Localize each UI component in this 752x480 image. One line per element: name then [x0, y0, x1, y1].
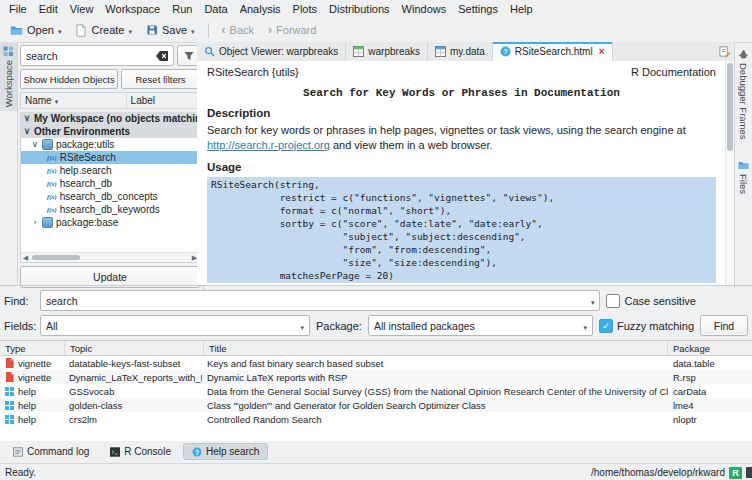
files-dock-tab[interactable]: Files	[735, 156, 752, 198]
help-icon	[5, 401, 14, 410]
menu-data[interactable]: Data	[198, 1, 233, 17]
find-bar: Find: search Case sensitive Fields: All …	[0, 286, 752, 340]
column-header-package[interactable]: Package	[668, 341, 752, 355]
search-r-project-link[interactable]: http://search.r-project.org	[207, 139, 330, 151]
show-hidden-objects-button[interactable]: Show Hidden Objects	[20, 69, 118, 89]
toolbar-separator	[208, 23, 209, 38]
menu-distributions[interactable]: Distributions	[323, 1, 396, 17]
statusbar: Ready. /home/thomas/develop/rkward R	[0, 463, 752, 480]
menu-analysis[interactable]: Analysis	[234, 1, 287, 17]
fields-select[interactable]: All	[40, 315, 310, 336]
tree-item-package-utils[interactable]: ∨ package:utils	[21, 138, 199, 151]
command-log-tab[interactable]: Command log	[4, 443, 98, 460]
tree-item-help-search[interactable]: help.search	[21, 164, 199, 177]
tree-item-rsitesearch[interactable]: RSiteSearch	[21, 151, 199, 164]
clear-search-icon[interactable]	[156, 51, 168, 61]
debugger-frames-dock-tab[interactable]: Debugger Frames	[735, 45, 752, 144]
collapse-icon[interactable]: ∨	[31, 140, 39, 149]
find-button[interactable]: Find	[700, 315, 748, 336]
tab-warpbreaks[interactable]: warpbreaks	[346, 42, 428, 61]
back-arrow-icon: ‹	[222, 24, 226, 36]
vignette-icon	[5, 358, 14, 368]
document-tabbar: Object Viewer: warpbreaks warpbreaks my.…	[197, 42, 735, 62]
table-row[interactable]: help GSSvocab Data from the General Soci…	[0, 384, 752, 398]
label-column-header[interactable]: Label	[127, 93, 199, 108]
dropdown-arrow-icon	[58, 24, 62, 36]
tab-rsitesearch-html[interactable]: ? RSiteSearch.html ×	[493, 42, 613, 61]
r-engine-status-badge[interactable]: R	[729, 467, 742, 479]
fields-label: Fields:	[4, 320, 34, 332]
scrollbar-thumb[interactable]	[727, 63, 733, 151]
tree-item-my-workspace[interactable]: ∨ My Workspace (no objects matching filt…	[21, 112, 199, 125]
table-row[interactable]: help crs2lm Controlled Random Search nlo…	[0, 412, 752, 426]
tab-list-button[interactable]	[714, 42, 735, 61]
workspace-search-input[interactable]: search	[20, 45, 174, 66]
results-table: Type Topic Title Package vignette datata…	[0, 340, 752, 441]
function-icon	[47, 154, 57, 161]
reset-filters-button[interactable]: Reset filters	[121, 69, 200, 89]
description-heading: Description	[207, 107, 716, 119]
new-document-icon	[75, 24, 87, 37]
command-log-icon	[13, 447, 23, 457]
tab-object-viewer[interactable]: Object Viewer: warpbreaks	[197, 42, 346, 61]
tab-my-data[interactable]: my.data	[428, 42, 493, 61]
case-sensitive-checkbox[interactable]: Case sensitive	[606, 294, 696, 308]
help-icon	[5, 415, 14, 424]
scroll-left-icon[interactable]: ◀	[21, 254, 30, 261]
function-icon	[47, 180, 57, 187]
open-button[interactable]: Open	[4, 21, 67, 40]
collapse-icon[interactable]: ∨	[23, 127, 31, 136]
menu-view[interactable]: View	[64, 1, 100, 17]
menu-run[interactable]: Run	[166, 1, 198, 17]
r-console-tab[interactable]: R Console	[101, 443, 180, 460]
tree-item-hsearch-db-keywords[interactable]: hsearch_db_keywords	[21, 203, 199, 216]
column-header-type[interactable]: Type	[0, 341, 65, 355]
column-header-topic[interactable]: Topic	[65, 341, 204, 355]
doc-heading: Search for Key Words or Phrases in Docum…	[207, 87, 716, 99]
expand-icon[interactable]: ›	[31, 218, 39, 227]
tree-item-hsearch-db[interactable]: hsearch_db	[21, 177, 199, 190]
menu-windows[interactable]: Windows	[396, 1, 453, 17]
right-dock-strip: Debugger Frames Files	[734, 42, 752, 288]
menubar: File Edit View Workspace Run Data Analys…	[0, 0, 752, 18]
find-label: Find:	[4, 295, 34, 307]
close-icon[interactable]: ×	[599, 47, 605, 57]
menu-plots[interactable]: Plots	[287, 1, 323, 17]
find-input[interactable]: search	[40, 290, 600, 311]
menu-edit[interactable]: Edit	[33, 1, 64, 17]
workspace-dock-tab[interactable]: Workspace	[0, 42, 17, 111]
console-icon	[110, 447, 120, 457]
tree-horizontal-scrollbar[interactable]: ◀ ▶	[21, 252, 199, 262]
create-button[interactable]: Create	[69, 21, 138, 40]
tree-item-package-base[interactable]: › package:base	[21, 216, 199, 229]
table-row[interactable]: help golden-class Class '"golden"' and G…	[0, 398, 752, 412]
menu-settings[interactable]: Settings	[452, 1, 504, 17]
help-icon	[5, 387, 14, 396]
forward-button[interactable]: › Forward	[262, 21, 322, 39]
tree-item-other-environments[interactable]: ∨ Other Environments	[21, 125, 199, 138]
checkbox-box	[599, 319, 613, 333]
resize-grip[interactable]	[746, 467, 752, 478]
folder-icon	[738, 160, 749, 171]
menu-file[interactable]: File	[3, 1, 33, 17]
name-column-header[interactable]: Name	[21, 93, 127, 108]
menu-workspace[interactable]: Workspace	[99, 1, 166, 17]
fuzzy-matching-checkbox[interactable]: Fuzzy matching	[599, 319, 694, 333]
dropdown-arrow-icon	[128, 24, 132, 36]
package-select[interactable]: All installed packages	[368, 315, 593, 336]
working-directory-path: /home/thomas/develop/rkward	[591, 467, 725, 478]
forward-arrow-icon: ›	[268, 24, 272, 36]
save-button[interactable]: Save	[140, 21, 201, 39]
scrollbar-thumb[interactable]	[32, 255, 80, 260]
left-dock-strip: Workspace	[0, 42, 18, 285]
tree-item-hsearch-db-concepts[interactable]: hsearch_db_concepts	[21, 190, 199, 203]
collapse-icon[interactable]: ∨	[23, 114, 31, 123]
table-row[interactable]: vignette datatable-keys-fast-subset Keys…	[0, 356, 752, 370]
table-row[interactable]: vignette Dynamic_LaTeX_reports_with_RSP …	[0, 370, 752, 384]
column-header-title[interactable]: Title	[204, 341, 668, 355]
scrollbar-track[interactable]	[30, 253, 190, 262]
back-button[interactable]: ‹ Back	[216, 21, 260, 39]
doc-title: RSiteSearch {utils}	[207, 66, 299, 78]
help-search-tab[interactable]: ? Help search	[183, 443, 268, 460]
menu-help[interactable]: Help	[504, 1, 539, 17]
